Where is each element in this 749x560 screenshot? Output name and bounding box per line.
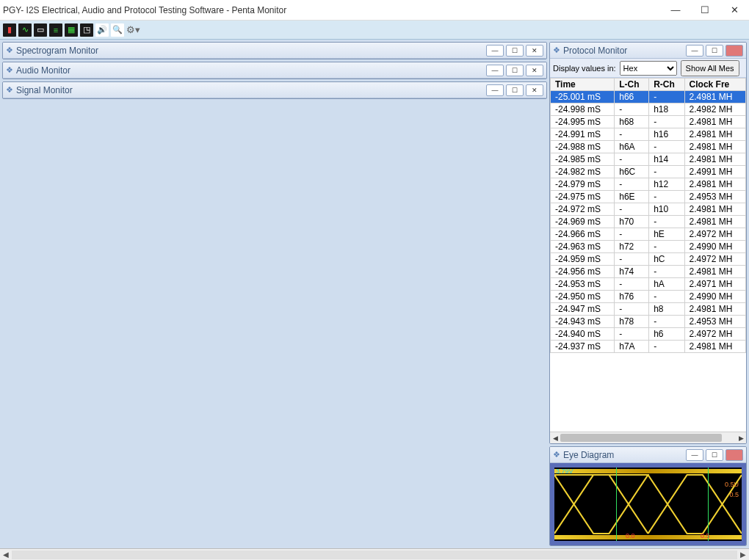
panel-close-button[interactable] (726, 449, 743, 461)
spectrogram-header[interactable]: ❖ Spectrogram Monitor — ☐ ✕ (3, 43, 546, 59)
table-row[interactable]: -24.969 mSh70-2.4981 MH (551, 216, 746, 228)
workspace: ❖ Spectrogram Monitor — ☐ ✕ 🔗 📷 ✋ ↶ ╋ ⛶ … (0, 40, 749, 548)
toolbar-search-icon[interactable]: 🔍 (111, 23, 124, 37)
column-header[interactable]: Time (551, 79, 615, 91)
signal-title: Signal Monitor (16, 85, 73, 95)
window-title: PGY- I2S Electrical, Audio and Protocol … (3, 5, 286, 15)
toolbar-gear-icon[interactable]: ⚙▾ (126, 23, 140, 37)
panel-close-button[interactable] (726, 45, 743, 57)
eye-diagram-body: 3.79V 0.5U 0.5 0.0 0.5 (550, 463, 746, 545)
table-row[interactable]: -24.963 mSh72-2.4990 MH (551, 241, 746, 253)
panel-minimize-button[interactable]: — (686, 45, 703, 57)
scroll-right-arrow-icon[interactable]: ▶ (737, 550, 749, 559)
right-column: ❖ Protocol Monitor — ☐ Display values in… (549, 40, 749, 548)
column-header[interactable]: L-Ch (615, 79, 649, 91)
panel-maximize-button[interactable]: ☐ (506, 45, 524, 57)
left-column: ❖ Spectrogram Monitor — ☐ ✕ 🔗 📷 ✋ ↶ ╋ ⛶ … (0, 40, 549, 548)
display-format-select[interactable]: HexDecBin (620, 61, 677, 76)
table-row[interactable]: -24.995 mSh68-2.4981 MH (551, 116, 746, 128)
column-header[interactable]: R-Ch (649, 79, 684, 91)
spectrogram-title: Spectrogram Monitor (16, 46, 98, 56)
protocol-horizontal-scrollbar[interactable]: ◀ ▶ (550, 432, 746, 443)
window-minimize-button[interactable]: — (661, 0, 690, 21)
table-row[interactable]: -24.975 mSh6E-2.4953 MH (551, 191, 746, 203)
window-close-button[interactable]: ✕ (720, 0, 749, 21)
link-icon: ❖ (6, 85, 13, 95)
toolbar-bars-icon[interactable]: ▮ (3, 23, 16, 37)
workspace-horizontal-scrollbar[interactable]: ◀ ▶ (0, 548, 749, 560)
panel-minimize-button[interactable]: — (486, 45, 504, 57)
audio-title: Audio Monitor (16, 65, 70, 76)
link-icon: ❖ (553, 450, 560, 459)
window-maximize-button[interactable]: ☐ (690, 0, 720, 21)
table-row[interactable]: -24.947 mS-h82.4981 MH (551, 303, 746, 316)
column-header[interactable]: Clock Fre (684, 79, 745, 91)
protocol-table-scroll[interactable]: TimeL-ChR-ChClock Fre -25.001 mSh66-2.49… (550, 78, 746, 432)
eye-marker-label: 0.5U (725, 481, 739, 488)
eye-marker-label: 0.5 (729, 491, 739, 498)
panel-maximize-button[interactable]: ☐ (506, 65, 524, 76)
table-row[interactable]: -24.937 mSh7A-2.4981 MH (551, 341, 746, 353)
toolbar-grid-icon[interactable]: ▦ (65, 23, 78, 37)
signal-panel: ❖ Signal Monitor — ☐ ✕ Signal Monitor 🎨 … (2, 81, 547, 99)
table-row[interactable]: -24.985 mS-h142.4981 MH (551, 153, 746, 166)
link-icon: ❖ (6, 46, 13, 55)
eye-diagram-title: Eye Diagram (563, 450, 614, 460)
eye-diagram-panel: ❖ Eye Diagram — ☐ 3.79V 0.5U (549, 446, 747, 546)
protocol-panel: ❖ Protocol Monitor — ☐ Display values in… (549, 42, 747, 444)
panel-close-button[interactable]: ✕ (526, 84, 543, 96)
panel-maximize-button[interactable]: ☐ (706, 45, 723, 57)
table-row[interactable]: -24.988 mSh6A-2.4981 MH (551, 141, 746, 153)
table-row[interactable]: -24.998 mS-h182.4982 MH (551, 103, 746, 116)
eye-x-label: 0.5 (701, 532, 710, 539)
table-row[interactable]: -24.943 mSh78-2.4953 MH (551, 316, 746, 328)
window-titlebar: PGY- I2S Electrical, Audio and Protocol … (0, 0, 749, 21)
table-row[interactable]: -24.940 mS-h62.4972 MH (551, 328, 746, 341)
table-row[interactable]: -24.972 mS-h102.4981 MH (551, 203, 746, 216)
display-values-label: Display values in: (553, 64, 616, 73)
table-row[interactable]: -24.982 mSh6C-2.4991 MH (551, 166, 746, 178)
protocol-controls: Display values in: HexDecBin Show All Me… (550, 59, 746, 78)
eye-diagram-plot[interactable]: 3.79V 0.5U 0.5 0.0 0.5 (554, 468, 742, 541)
link-icon: ❖ (553, 46, 560, 55)
signal-header[interactable]: ❖ Signal Monitor — ☐ ✕ (3, 82, 546, 98)
spectrogram-panel: ❖ Spectrogram Monitor — ☐ ✕ 🔗 📷 ✋ ↶ ╋ ⛶ … (2, 42, 547, 59)
link-icon: ❖ (6, 65, 13, 75)
eye-x-label: 0.0 (626, 532, 635, 539)
panel-close-button[interactable]: ✕ (526, 45, 543, 57)
toolbar-sine-icon[interactable]: ∿ (18, 23, 32, 37)
panel-close-button[interactable]: ✕ (526, 65, 543, 76)
protocol-header[interactable]: ❖ Protocol Monitor — ☐ (550, 43, 746, 59)
panel-maximize-button[interactable]: ☐ (506, 84, 524, 96)
table-row[interactable]: -24.959 mS-hC2.4972 MH (551, 253, 746, 266)
toolbar-screen-icon[interactable]: ▭ (34, 23, 47, 37)
table-row[interactable]: -24.953 mS-hA2.4971 MH (551, 278, 746, 291)
protocol-title: Protocol Monitor (563, 46, 627, 56)
audio-header[interactable]: ❖ Audio Monitor — ☐ ✕ (3, 62, 546, 79)
panel-maximize-button[interactable]: ☐ (706, 449, 723, 461)
panel-minimize-button[interactable]: — (486, 65, 504, 76)
table-row[interactable]: -24.956 mSh74-2.4981 MH (551, 266, 746, 278)
table-row[interactable]: -25.001 mSh66-2.4981 MH (551, 91, 746, 103)
toolbar-list-icon[interactable]: ≡ (49, 23, 62, 37)
scroll-left-arrow-icon[interactable]: ◀ (0, 550, 12, 559)
table-row[interactable]: -24.950 mSh76-2.4990 MH (551, 291, 746, 303)
show-all-messages-button[interactable]: Show All Mes (681, 60, 739, 76)
table-row[interactable]: -24.979 mS-h122.4981 MH (551, 178, 746, 191)
table-row[interactable]: -24.991 mS-h162.4981 MH (551, 128, 746, 141)
toolbar-speaker-icon[interactable]: 🔊 (95, 23, 109, 37)
panel-minimize-button[interactable]: — (486, 84, 504, 96)
toolbar-chart-icon[interactable]: ◳ (80, 23, 93, 37)
panel-minimize-button[interactable]: — (686, 449, 703, 461)
eye-diagram-header[interactable]: ❖ Eye Diagram — ☐ (550, 447, 746, 463)
table-row[interactable]: -24.966 mS-hE2.4972 MH (551, 228, 746, 241)
audio-panel: ❖ Audio Monitor — ☐ ✕ Audio Monitor 🎨 📷 … (2, 62, 547, 79)
eye-y-axis-label: 3.79V (556, 468, 573, 475)
protocol-table: TimeL-ChR-ChClock Fre -25.001 mSh66-2.49… (550, 78, 746, 353)
main-toolbar: ▮ ∿ ▭ ≡ ▦ ◳ 🔊 🔍 ⚙▾ (0, 21, 749, 40)
